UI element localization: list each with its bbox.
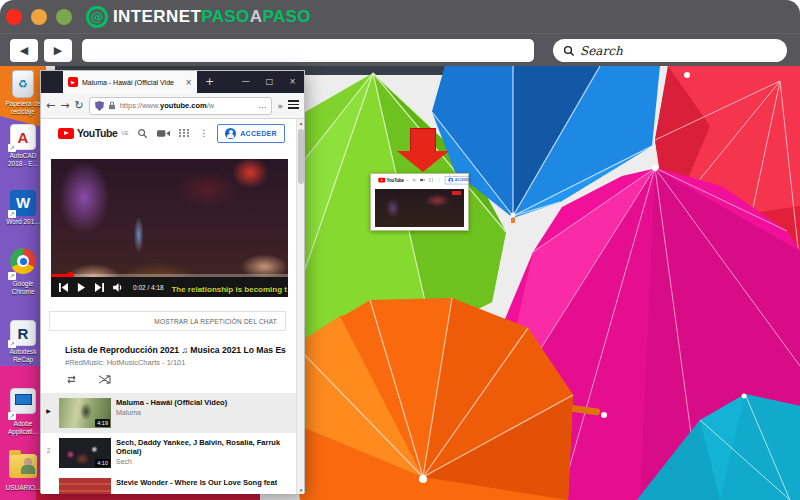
firefox-toolbar: ← → ↻ https://www.youtube.com/w … » — [41, 93, 304, 119]
video-player[interactable]: 0:02 / 4:18 The relationship is becoming… — [51, 159, 288, 297]
playlist-header: Lista de Reproducción 2021 ♫ Musica 2021… — [65, 345, 286, 385]
signin-button[interactable]: ACCEDER — [217, 124, 285, 143]
nav-forward-icon[interactable]: → — [60, 99, 69, 112]
playlist-index — [43, 478, 54, 487]
scroll-down-icon[interactable]: ▾ — [297, 487, 304, 493]
mini-camera-icon — [420, 178, 425, 181]
scrollbar[interactable]: ▴ ▾ — [296, 119, 304, 494]
internet-paso-a-paso-logo: @ INTERNETPASOAPASO — [86, 6, 311, 28]
overflow-icon[interactable]: » — [277, 101, 283, 111]
search-placeholder: Search — [580, 44, 623, 58]
playlist: ▶ 4:19 Maluma - Hawái (Official Video) M… — [41, 393, 296, 494]
shortcut-arrow-icon: ↗ — [8, 272, 16, 280]
back-button[interactable]: ◀ — [10, 39, 38, 62]
mockup-toolbar: ◀ ▶ Search — [0, 33, 800, 66]
firefox-menu-icon[interactable] — [288, 98, 299, 113]
play-icon[interactable] — [77, 283, 86, 292]
window-minimize-button[interactable]: — — [234, 71, 258, 93]
page-actions-icon[interactable]: … — [258, 101, 266, 110]
forward-button[interactable]: ▶ — [44, 39, 72, 62]
tab-close-icon[interactable]: × — [185, 78, 192, 87]
mini-video-frame — [375, 189, 464, 227]
search-box[interactable]: Search — [553, 39, 787, 62]
playlist-item-channel: Maluma — [116, 409, 227, 416]
video-caption: The relationship is becoming t — [171, 285, 287, 294]
shuffle-icon[interactable] — [98, 374, 111, 385]
scroll-up-icon[interactable]: ▴ — [297, 120, 304, 126]
youtube-kebab-icon[interactable]: ⋮ — [199, 128, 208, 138]
lock-icon — [108, 101, 116, 110]
loop-icon[interactable] — [65, 374, 78, 385]
mini-apps-icon — [429, 178, 434, 181]
back-arrow-icon: ◀ — [20, 44, 28, 57]
mini-youtube-logo: YouTubeVE — [378, 177, 408, 182]
logo-word-paso2: PASO — [262, 7, 311, 26]
time-display: 0:02 / 4:18 — [133, 284, 164, 291]
playlist-title[interactable]: Lista de Reproducción 2021 ♫ Musica 2021… — [65, 345, 286, 355]
address-bar[interactable] — [82, 39, 534, 62]
scrollbar-thumb[interactable] — [298, 129, 304, 184]
mini-signin-button: ACCEDER — [445, 176, 474, 184]
playlist-subtitle: #RedMusic: HotMusicCharts - 1/101 — [65, 358, 286, 367]
desktop: YouTubeVE ⋮ ACCEDER ♻ Papelera de recicl… — [0, 66, 800, 500]
playlist-item-title: Stevie Wonder - Where Is Our Love Song f… — [116, 478, 277, 487]
logo-at-icon: @ — [86, 6, 108, 28]
url-path: /w — [207, 101, 215, 110]
person-icon — [225, 128, 236, 139]
firefox-tabbar: ▶ Maluma - Hawái (Official Vide × + — □ … — [41, 71, 304, 93]
youtube-page: ▴ ▾ YouTubeVE ⋮ — [41, 119, 304, 494]
youtube-logo[interactable]: YouTubeVE — [58, 127, 128, 139]
next-icon[interactable] — [95, 283, 104, 292]
adobe-icon — [10, 388, 36, 414]
mini-person-icon — [449, 178, 454, 183]
shortcut-arrow-icon: ↗ — [8, 412, 16, 420]
traffic-light-maximize[interactable] — [56, 9, 72, 25]
youtube-favicon: ▶ — [68, 77, 78, 87]
url-host: youtube.com — [160, 101, 207, 110]
traffic-light-minimize[interactable] — [31, 9, 47, 25]
volume-icon[interactable] — [113, 283, 124, 292]
playlist-item-title: Maluma - Hawái (Official Video) — [116, 398, 227, 407]
url-bar[interactable]: https://www.youtube.com/w … — [89, 97, 273, 115]
previous-icon[interactable] — [59, 283, 68, 292]
youtube-play-icon — [58, 128, 74, 139]
youtube-search-icon[interactable] — [137, 128, 148, 139]
tracking-shield-icon — [95, 101, 104, 111]
window-maximize-button[interactable]: □ — [258, 71, 282, 93]
firefox-window: ▶ Maluma - Hawái (Official Vide × + — □ … — [40, 70, 305, 493]
shortcut-arrow-icon: ↗ — [8, 144, 16, 152]
logo-word-internet: INTERNET — [113, 7, 201, 26]
url-scheme: https://www. — [120, 101, 160, 110]
now-playing-icon: ▶ — [43, 398, 54, 414]
playlist-item[interactable]: Stevie Wonder - Where Is Our Love Song f… — [41, 473, 296, 494]
nav-reload-icon[interactable]: ↻ — [74, 99, 83, 112]
youtube-apps-icon[interactable] — [179, 129, 190, 137]
playlist-index: 2 — [43, 438, 54, 454]
youtube-camera-icon[interactable] — [157, 129, 170, 138]
window-close-button[interactable]: × — [281, 71, 304, 93]
browser-tab[interactable]: ▶ Maluma - Hawái (Official Vide × — [63, 71, 197, 93]
annotation-arrow-down — [397, 128, 449, 172]
traffic-light-close[interactable] — [6, 9, 22, 25]
mini-youtube-header: YouTubeVE ⋮ ACCEDER — [371, 174, 470, 186]
recycle-bin-icon: ♻ — [12, 70, 34, 98]
playlist-item-current[interactable]: ▶ 4:19 Maluma - Hawái (Official Video) M… — [41, 393, 296, 433]
video-thumbnail: 4:10 — [59, 438, 111, 468]
browser-mockup: @ INTERNETPASOAPASO ◀ ▶ Search — [0, 0, 800, 500]
mini-youtube-play-icon — [378, 178, 385, 183]
nav-back-icon[interactable]: ← — [46, 99, 55, 112]
chat-replay-button[interactable]: MOSTRAR LA REPETICIÓN DEL CHAT — [49, 311, 286, 331]
new-tab-button[interactable]: + — [197, 71, 222, 93]
search-icon — [563, 45, 575, 57]
playlist-item[interactable]: 2 4:10 Sech, Daddy Yankee, J Balvin, Ros… — [41, 433, 296, 473]
forward-arrow-icon: ▶ — [54, 44, 62, 57]
mini-red-logo — [452, 191, 461, 195]
mockup-titlebar: @ INTERNETPASOAPASO — [0, 0, 800, 33]
mini-kebab-icon: ⋮ — [437, 178, 441, 182]
chrome-icon — [10, 248, 36, 274]
mini-youtube-window[interactable]: YouTubeVE ⋮ ACCEDER — [370, 173, 469, 231]
video-thumbnail — [59, 478, 111, 494]
video-thumbnail: 4:19 — [59, 398, 111, 428]
logo-word-paso1: PASO — [201, 7, 250, 26]
playlist-item-title: Sech, Daddy Yankee, J Balvin, Rosalía, F… — [116, 438, 290, 456]
